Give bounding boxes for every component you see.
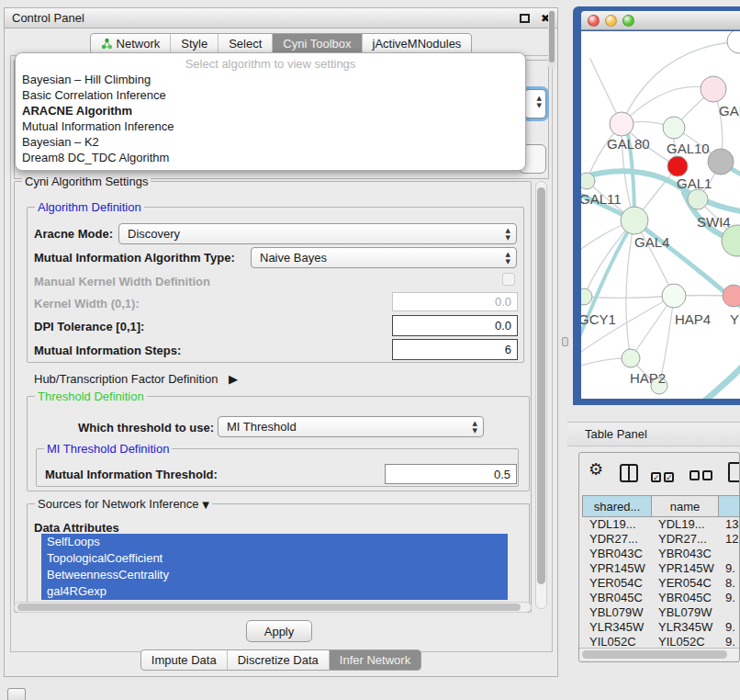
data-attributes-list[interactable]: SelfLoopsTopologicalCoefficientBetweenne… <box>41 534 508 600</box>
network-window-titlebar[interactable] <box>581 11 740 30</box>
tab-network[interactable]: Network <box>91 34 171 53</box>
split-columns-icon[interactable] <box>620 464 638 482</box>
network-node[interactable] <box>723 285 740 307</box>
scrollbar-thumb[interactable] <box>537 187 545 584</box>
hub-section-toggle[interactable]: Hub/Transcription Factor Definition ▶ <box>34 372 238 386</box>
network-node[interactable] <box>662 284 686 308</box>
mac-minimize-button[interactable] <box>605 15 617 27</box>
tab-discretize-data[interactable]: Discretize Data <box>227 650 329 670</box>
algorithm-popup-placeholder: Select algorithm to view settings <box>16 56 525 72</box>
table-row[interactable]: YDR27...YDR27...12 <box>579 532 740 547</box>
attribute-item[interactable]: gal4RGexp <box>41 583 508 600</box>
algorithm-popup-item[interactable]: Mutual Information Inference <box>16 119 525 134</box>
network-canvas[interactable]: GALGAL80GAL10GAL1GAL11SWI4GAL4GCY1HAP4YH… <box>581 31 740 399</box>
table-row[interactable]: YIL052CYIL052C9. <box>579 635 740 648</box>
network-node[interactable] <box>663 117 685 139</box>
attribute-item[interactable]: BetweennessCentrality <box>41 567 508 583</box>
mi-steps-field[interactable]: 6 <box>392 339 518 360</box>
select-all-columns-icon[interactable]: ✓✓ <box>651 468 677 484</box>
table-body[interactable]: YDL19...YDL19...13YDR27...YDR27...12YBR0… <box>579 517 740 648</box>
attribute-item[interactable]: SelfLoops <box>41 534 508 550</box>
algorithm-popup-item[interactable]: Basic Correlation Inference <box>16 87 525 103</box>
table-row[interactable]: YLR345WYLR345W9. <box>579 620 740 635</box>
attribute-item[interactable]: TopologicalCoefficient <box>41 550 508 567</box>
table-row[interactable]: YDL19...YDL19...13 <box>579 517 740 532</box>
network-node[interactable] <box>581 288 592 305</box>
table-cell: 13 <box>718 517 740 532</box>
settings-horizontal-scrollbar[interactable] <box>14 602 532 613</box>
network-node[interactable] <box>581 173 595 189</box>
node-label: HAP4 <box>675 311 711 327</box>
which-threshold-label: Which threshold to use: <box>78 421 214 435</box>
tab-jactivemnodules[interactable]: jActiveMNodules <box>362 34 472 53</box>
tabbar: NetworkStyleSelectCyni ToolboxjActiveMNo… <box>90 33 473 54</box>
algorithm-popup-item[interactable]: Bayesian – Hill Climbing <box>16 72 525 87</box>
sources-group-title[interactable]: Sources for Network Inference ▼ <box>35 497 212 511</box>
network-node[interactable] <box>722 225 740 256</box>
mi-threshold-field[interactable]: 0.5 <box>385 464 517 484</box>
table-row[interactable]: YER054CYER054C8. <box>579 576 740 591</box>
network-node[interactable] <box>667 156 688 176</box>
settings-vertical-scrollbar[interactable] <box>535 181 547 609</box>
table-cell: YBL079W <box>582 605 652 620</box>
network-node[interactable] <box>688 189 708 209</box>
combo-stepper-icon: ▲▼ <box>473 420 477 435</box>
tab-impute-data[interactable]: Impute Data <box>141 650 227 670</box>
tab-select[interactable]: Select <box>218 34 272 53</box>
mi-type-value: Naive Bayes <box>260 251 327 265</box>
minimized-panel-button[interactable] <box>7 688 26 700</box>
node-label: GAL11 <box>581 191 622 207</box>
table-cell: YLR345W <box>582 620 652 635</box>
network-node[interactable] <box>610 112 633 136</box>
attributes-list-scrollbar[interactable] <box>548 10 555 69</box>
tab-style[interactable]: Style <box>170 34 218 53</box>
panel-resize-handle[interactable] <box>562 337 568 346</box>
float-panel-icon[interactable] <box>520 14 530 23</box>
mac-zoom-button[interactable] <box>622 15 634 27</box>
network-edge[interactable] <box>705 360 740 399</box>
network-node[interactable] <box>621 207 648 234</box>
deselect-all-columns-icon[interactable] <box>690 468 715 484</box>
table-row[interactable]: YBR045CYBR045C9. <box>579 591 740 605</box>
control-panel-title: Control Panel <box>12 11 520 25</box>
algorithm-popup-item[interactable]: ARACNE Algorithm <box>16 103 525 119</box>
tab-cyni-toolbox[interactable]: Cyni Toolbox <box>272 34 361 53</box>
network-node[interactable] <box>701 76 726 102</box>
threshold-definition-title: Threshold Definition <box>35 390 147 403</box>
table-cell: YDL19... <box>651 517 719 532</box>
export-table-icon[interactable] <box>728 462 740 482</box>
scrollbar-thumb[interactable] <box>17 604 521 611</box>
mac-close-button[interactable] <box>588 15 600 27</box>
algorithm-popup-item[interactable]: Dream8 DC_TDC Algorithm <box>16 150 525 165</box>
gear-icon[interactable]: ⚙ <box>589 459 603 479</box>
kernel-width-field[interactable]: 0.0 <box>392 292 518 311</box>
network-node[interactable] <box>622 349 640 367</box>
aracne-mode-combobox[interactable]: Discovery ▲▼ <box>118 223 517 244</box>
algorithm-combobox-fragment[interactable]: ▲▼ <box>524 89 546 119</box>
network-node[interactable] <box>708 149 734 175</box>
table-horizontal-scrollbar[interactable] <box>579 648 739 660</box>
expand-right-icon: ▶ <box>229 372 238 386</box>
network-view-window: GALGAL80GAL10GAL1GAL11SWI4GAL4GCY1HAP4YH… <box>573 6 740 405</box>
network-node[interactable] <box>727 31 740 53</box>
tab-infer-network[interactable]: Infer Network <box>329 650 420 670</box>
scrollbar-thumb[interactable] <box>549 11 555 62</box>
table-cell: YDR27... <box>582 532 652 547</box>
which-threshold-combobox[interactable]: MI Threshold ▲▼ <box>218 416 484 437</box>
table-row[interactable]: YBL079WYBL079W <box>579 605 740 620</box>
node-label: GAL10 <box>667 141 710 156</box>
scrollbar-thumb[interactable] <box>582 650 727 659</box>
algorithm-popup-item[interactable]: Bayesian – K2 <box>16 134 525 150</box>
table-cell: YPR145W <box>651 561 719 576</box>
column-header[interactable]: shared... <box>582 495 652 517</box>
column-header[interactable]: A <box>718 495 740 517</box>
table-row[interactable]: YBR043CYBR043C <box>579 547 740 561</box>
table-row[interactable]: YPR145WYPR145W9. <box>579 561 740 576</box>
mi-type-combobox[interactable]: Naive Bayes ▲▼ <box>251 247 517 268</box>
table-cell: 9. <box>718 561 740 576</box>
manual-kernel-checkbox[interactable] <box>502 273 515 286</box>
column-header[interactable]: name <box>651 495 719 517</box>
dpi-tolerance-field[interactable]: 0.0 <box>392 315 518 336</box>
apply-button[interactable]: Apply <box>246 620 312 642</box>
network-edge[interactable] <box>626 220 634 358</box>
